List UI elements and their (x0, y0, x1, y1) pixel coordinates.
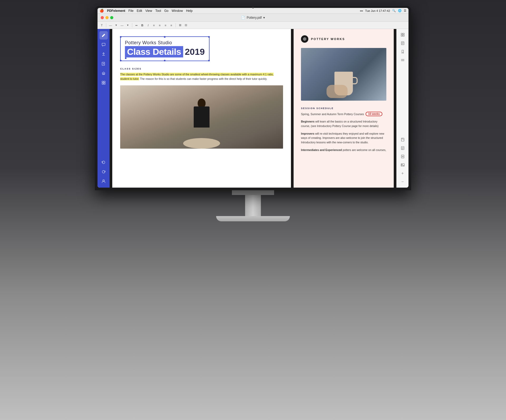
menu-icon[interactable]: ☰ (404, 9, 406, 12)
mac-menubar: 🍎 PDFelement File Edit View Tool Go Wind… (98, 8, 408, 14)
menu-file[interactable]: File (128, 9, 133, 13)
right-sidebar-list-icon[interactable] (399, 56, 406, 64)
svg-rect-14 (403, 35, 404, 36)
svg-rect-1 (102, 62, 105, 65)
pdf-title-highlighted: Class Details (125, 46, 183, 57)
toolbar-dropdown-2[interactable]: ▾ (126, 23, 130, 27)
right-sidebar-bookmark-icon[interactable] (399, 48, 406, 55)
text-tool-icon[interactable]: T (100, 23, 104, 27)
menu-go[interactable]: Go (164, 9, 168, 13)
menu-help[interactable]: Help (186, 9, 193, 13)
menu-view[interactable]: View (145, 9, 152, 13)
sidebar-item-edit[interactable] (99, 31, 108, 40)
right-sidebar: + − (396, 29, 408, 188)
table-icon[interactable]: ⊞ (178, 23, 182, 27)
toolbar-separator-3 (176, 23, 176, 27)
right-sidebar-add-icon[interactable]: + (399, 170, 406, 177)
svg-rect-6 (102, 83, 103, 84)
svg-rect-7 (104, 83, 105, 84)
intermediates-para: Intermediates and Experienced potters ar… (301, 148, 386, 152)
title-bar: 📄 Pottery.pdf ▾ (98, 14, 408, 22)
right-sidebar-grid-icon[interactable] (399, 31, 406, 38)
menubar-left: 🍎 PDFelement File Edit View Tool Go Wind… (100, 9, 193, 13)
pdf-right-column: POTTERY WORKS (294, 29, 394, 188)
italic-icon[interactable]: I (146, 23, 150, 27)
menu-edit[interactable]: Edit (137, 9, 142, 13)
pdf-icon: 📄 (241, 16, 245, 19)
sidebar-item-home[interactable] (99, 69, 108, 77)
right-sidebar-page-icon[interactable] (399, 40, 406, 47)
handle-tl[interactable] (120, 36, 121, 38)
left-sidebar (98, 29, 110, 188)
pdf-title-main: Class Details 2019 (125, 46, 205, 57)
intermediates-text: potters are welcome on all courses, (342, 148, 386, 152)
handle-br[interactable] (208, 60, 210, 61)
pottery-logo: POTTERY WORKS (301, 35, 386, 43)
title-bar-center: 📄 Pottery.pdf ▾ (241, 16, 265, 19)
monitor-screen: 🍎 PDFelement File Edit View Tool Go Wind… (98, 8, 408, 188)
pottery-student-photo (120, 85, 283, 149)
close-button[interactable] (101, 16, 104, 19)
bold-icon[interactable]: B (140, 23, 144, 27)
svg-point-8 (103, 180, 104, 181)
toolbar-dash-1: — (108, 23, 113, 27)
align-justify-icon[interactable]: ≡ (169, 23, 173, 27)
sidebar-item-undo[interactable] (99, 158, 108, 167)
pdf-title-year: 2019 (183, 47, 205, 57)
sidebar-item-comment[interactable] (99, 41, 108, 49)
search-icon[interactable]: 🔍 (392, 9, 396, 12)
sidebar-item-grid[interactable] (99, 79, 108, 87)
globe-icon[interactable]: 🌐 (398, 9, 402, 12)
main-area: Pottery Works Studio Class Details 2019 … (98, 29, 408, 188)
monitor-bezel: 🍎 PDFelement File Edit View Tool Go Wind… (95, 5, 411, 190)
align-right-icon[interactable]: ≡ (163, 23, 168, 27)
pdf-left-column: Pottery Works Studio Class Details 2019 … (112, 29, 291, 188)
handle-bm[interactable] (164, 60, 166, 61)
right-sidebar-doc2-icon[interactable] (399, 144, 406, 152)
session-heading: SESSION SCHEDULE (301, 107, 386, 110)
mug-handle (353, 77, 358, 84)
app-window: 📄 Pottery.pdf ▾ T — ▾ — ▾ ▪▪ B I (98, 14, 408, 188)
sidebar-item-pages[interactable] (99, 60, 108, 68)
title-box[interactable]: Pottery Works Studio Class Details 2019 (120, 36, 210, 61)
menubar-right: ▪▪▪ Tue Jun 4 17:47:42 🔍 🌐 ☰ (360, 9, 406, 12)
svg-rect-0 (102, 43, 105, 46)
improvers-para: Improvers will re-visit techniques they … (301, 131, 386, 145)
datetime-label: Tue Jun 4 17:47:42 (365, 9, 390, 12)
minimize-button[interactable] (105, 16, 109, 19)
improvers-bold: Improvers (301, 132, 314, 135)
pottery-logo-text: POTTERY WORKS (311, 37, 345, 41)
app-name-label: PDFelement (107, 9, 125, 13)
chevron-down-icon[interactable]: ▾ (263, 16, 265, 19)
right-sidebar-minus-icon[interactable]: − (399, 178, 406, 185)
svg-rect-22 (401, 138, 404, 141)
toolbar-font-size[interactable]: ▪▪ (134, 23, 139, 27)
monitor-wrapper: 🍎 PDFelement File Edit View Tool Go Wind… (0, 0, 506, 420)
right-sidebar-doc3-icon[interactable] (399, 153, 406, 160)
right-sidebar-image-icon[interactable] (399, 161, 406, 169)
svg-rect-5 (104, 81, 105, 82)
align-center-icon[interactable]: ≡ (158, 23, 162, 27)
pdf-area[interactable]: Pottery Works Studio Class Details 2019 … (110, 29, 396, 188)
handle-bl[interactable] (120, 60, 121, 61)
maximize-button[interactable] (110, 16, 113, 19)
apple-logo-icon[interactable]: 🍎 (100, 9, 104, 13)
svg-rect-13 (401, 35, 402, 36)
toolbar-dropdown-1[interactable]: ▾ (114, 23, 118, 27)
sidebar-item-redo[interactable] (99, 168, 108, 176)
handle-tr[interactable] (208, 36, 210, 38)
black-bar-middle (291, 29, 294, 188)
menu-window[interactable]: Window (172, 9, 183, 13)
person-silhouette (178, 96, 225, 149)
sidebar-item-share[interactable] (99, 50, 108, 58)
filename-label: Pottery.pdf (247, 16, 262, 19)
table2-icon[interactable]: ⊟ (184, 23, 188, 27)
monitor-stand-top (232, 190, 274, 195)
handle-tm[interactable] (164, 36, 166, 38)
menu-tool[interactable]: Tool (155, 9, 161, 13)
right-sidebar-doc1-icon[interactable] (399, 136, 406, 143)
section1-heading: CLASS SIZES (120, 67, 283, 70)
sidebar-item-user[interactable] (99, 177, 108, 185)
align-left-icon[interactable]: ≡ (152, 23, 156, 27)
session-line: Spring, Summer and Autumn Term Pottery C… (301, 112, 386, 116)
